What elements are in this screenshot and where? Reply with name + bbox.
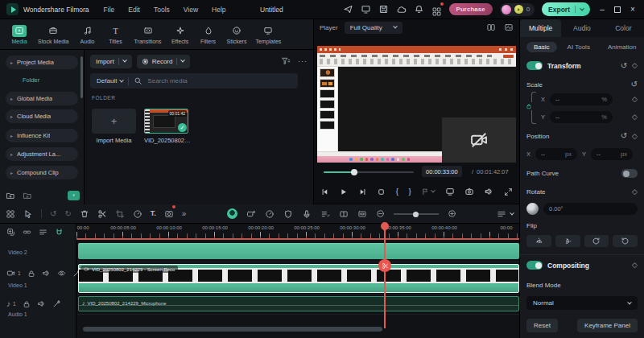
preview-video[interactable] xyxy=(317,46,516,163)
menu-edit[interactable]: Edit xyxy=(128,6,140,14)
compositing-toggle[interactable] xyxy=(526,261,543,270)
filter-sort-icon[interactable] xyxy=(281,56,291,66)
scrubber-handle[interactable] xyxy=(351,169,357,175)
scale-y-keyframe-icon[interactable]: ◇ xyxy=(632,113,638,121)
delete-folder-icon[interactable] xyxy=(23,191,32,200)
new-folder-icon[interactable] xyxy=(6,191,15,200)
import-media-tile[interactable]: + xyxy=(92,109,136,134)
playback-scrubber[interactable] xyxy=(324,169,414,175)
app-logo-icon[interactable] xyxy=(6,3,19,15)
tab-color[interactable]: Color xyxy=(603,19,644,37)
timeline-horizontal-scrollbar[interactable] xyxy=(83,327,382,332)
tab-stickers[interactable]: Stickers xyxy=(225,25,250,44)
tab-multiple[interactable]: Multiple xyxy=(520,19,561,37)
purchase-button[interactable]: Purchase xyxy=(449,3,493,15)
auto-ripple-icon[interactable] xyxy=(320,209,330,219)
position-keyframe-icon[interactable]: ◇ xyxy=(632,133,638,140)
tab-audio-props[interactable]: Audio xyxy=(561,19,602,37)
playhead[interactable] xyxy=(384,224,386,328)
delete-clip-icon[interactable] xyxy=(80,209,89,219)
reset-button[interactable]: Reset xyxy=(526,319,558,332)
avatar[interactable] xyxy=(502,5,511,14)
transform-reset-icon[interactable]: ↺ xyxy=(621,62,627,70)
voiceover-mic-icon[interactable] xyxy=(302,209,312,219)
video-scope-icon[interactable] xyxy=(504,23,514,32)
undo-button[interactable]: ↺ xyxy=(50,210,56,218)
sidebar-item-compound-clip[interactable]: ▸Compound Clip xyxy=(6,166,78,179)
import-dropdown[interactable]: Import xyxy=(90,55,132,68)
menu-view[interactable]: View xyxy=(184,6,198,14)
audio1-clip[interactable]: ♪VID_20250802_214229_Microphone xyxy=(78,296,519,311)
fit-timeline-icon[interactable] xyxy=(357,209,367,219)
text-tool-icon[interactable]: T. xyxy=(151,210,156,217)
flip-vertical-button[interactable] xyxy=(555,235,580,247)
record-dropdown[interactable]: Record xyxy=(137,55,191,68)
scale-y-field[interactable]: --% xyxy=(550,111,613,123)
select-tool-icon[interactable] xyxy=(23,209,33,219)
lock-track-icon[interactable] xyxy=(27,270,35,278)
scale-x-keyframe-icon[interactable]: ◇ xyxy=(632,96,638,103)
subtab-animation[interactable]: Animation xyxy=(601,42,644,52)
video1-clip[interactable]: VID_20250802_214229 - Screen Reco xyxy=(78,264,519,293)
rotate-cw-button[interactable] xyxy=(584,235,609,247)
render-preview-icon[interactable] xyxy=(265,209,275,219)
rotate-value-field[interactable]: 0.00° xyxy=(543,203,638,215)
add-track-icon[interactable] xyxy=(6,228,15,237)
scale-lock-icon[interactable] xyxy=(525,102,533,110)
sidebar-item-cloud-media[interactable]: ▸Cloud Media xyxy=(6,109,78,123)
transform-keyframe-icon[interactable]: ◇ xyxy=(632,62,638,69)
menu-help[interactable]: Help xyxy=(212,6,225,14)
track-video2[interactable] xyxy=(76,243,519,262)
fullscreen-button[interactable] xyxy=(504,188,513,196)
tab-effects[interactable]: Effects xyxy=(168,25,192,44)
compositing-keyframe-icon[interactable]: ◇ xyxy=(632,262,638,269)
speed-tool-icon[interactable] xyxy=(133,209,142,219)
tab-filters[interactable]: Filters xyxy=(196,25,221,44)
split-clip-icon[interactable] xyxy=(97,209,107,219)
keyframe-panel-button[interactable]: Keyframe Panel xyxy=(577,319,638,332)
marker-dropdown[interactable] xyxy=(421,188,435,196)
hide-track-icon[interactable] xyxy=(57,269,66,278)
playhead-handle[interactable] xyxy=(381,222,389,230)
mark-in-button[interactable]: { xyxy=(396,188,398,196)
scale-reset-icon[interactable]: ↺ xyxy=(631,80,638,89)
position-y-field[interactable]: --px xyxy=(591,148,633,160)
play-button[interactable] xyxy=(339,188,348,196)
zoom-in-icon[interactable] xyxy=(448,209,456,218)
cloud-backup-icon[interactable] xyxy=(396,4,407,14)
sidebar-scrollbar[interactable] xyxy=(80,56,83,98)
screen-record-icon[interactable] xyxy=(246,209,256,219)
compare-view-icon[interactable] xyxy=(486,23,496,32)
notification-bell-icon[interactable] xyxy=(414,4,424,14)
sidebar-item-folder[interactable]: Folder xyxy=(23,76,39,84)
tab-stock-media[interactable]: Stock Media xyxy=(35,25,72,44)
more-tools-icon[interactable]: » xyxy=(182,210,187,218)
previous-frame-button[interactable] xyxy=(320,188,329,196)
sidebar-item-global-media[interactable]: ▸Global Media xyxy=(6,92,78,105)
minimize-button[interactable]: – xyxy=(597,6,607,14)
sidebar-item-project-media[interactable]: ▸Project Media xyxy=(6,56,78,69)
split-screen-icon[interactable] xyxy=(339,209,349,219)
device-preview-icon[interactable] xyxy=(361,4,371,14)
mask-tool-icon[interactable] xyxy=(164,207,174,221)
timeline-zoom-slider[interactable] xyxy=(394,211,439,217)
tab-media[interactable]: Media xyxy=(7,25,31,44)
blend-mode-dropdown[interactable]: Normal xyxy=(526,296,638,310)
track-audio1[interactable]: ♪VID_20250802_214229_Microphone xyxy=(76,296,519,315)
redo-button[interactable]: ↻ xyxy=(64,210,71,218)
mark-out-button[interactable]: } xyxy=(408,188,411,196)
stop-button[interactable] xyxy=(377,188,386,196)
snap-magnet-icon[interactable] xyxy=(55,228,64,237)
sidebar-item-influence-kit[interactable]: ▸Influence Kit xyxy=(6,129,78,142)
track-effects-icon[interactable] xyxy=(52,299,61,308)
volume-button[interactable] xyxy=(484,187,493,196)
scale-x-field[interactable]: --% xyxy=(550,93,613,105)
tab-audio[interactable]: Audio xyxy=(76,25,100,44)
quality-dropdown[interactable]: Full Quality xyxy=(345,22,402,34)
split-at-playhead-button[interactable] xyxy=(378,259,391,272)
video2-clip[interactable] xyxy=(78,243,519,259)
more-options-icon[interactable]: ··· xyxy=(298,58,308,65)
track-layers-icon[interactable] xyxy=(39,228,47,237)
lock-track-icon[interactable] xyxy=(23,300,31,308)
sort-default-dropdown[interactable]: Default xyxy=(97,77,123,84)
